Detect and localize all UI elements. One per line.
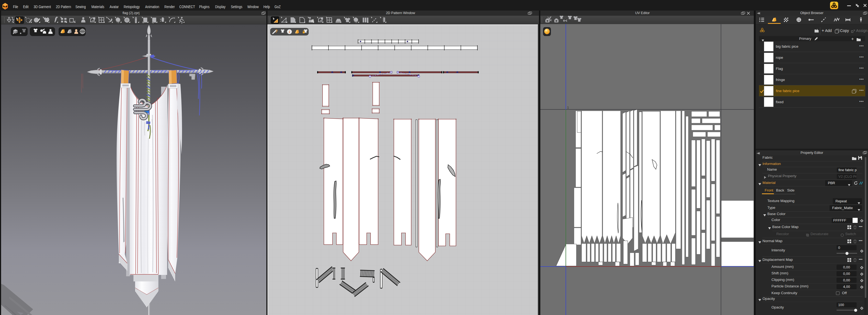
svg-text:i: i: [289, 30, 290, 34]
svg-text:1: 1: [567, 106, 569, 109]
